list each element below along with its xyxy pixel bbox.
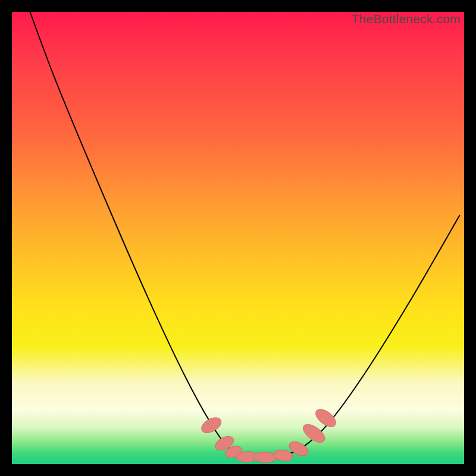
chart-frame: TheBottleneck.com <box>12 12 464 464</box>
chart-gradient-background <box>12 12 464 464</box>
